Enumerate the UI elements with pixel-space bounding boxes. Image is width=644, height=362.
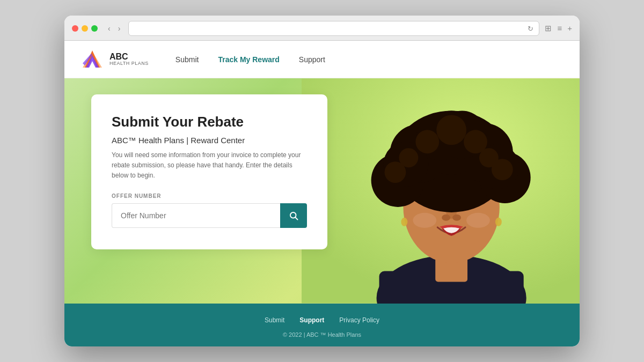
- offer-number-label: OFFER NUMBER: [112, 193, 307, 199]
- forward-button[interactable]: ›: [115, 23, 123, 34]
- grid-icon[interactable]: ⊞: [545, 24, 552, 33]
- footer: Submit Support Privacy Policy © 2022 | A…: [64, 304, 580, 346]
- nav-arrows: ‹ ›: [105, 23, 123, 34]
- svg-point-9: [466, 213, 490, 228]
- close-button[interactable]: [72, 25, 78, 32]
- nav-links: Submit Track My Reward Support: [175, 55, 325, 64]
- back-button[interactable]: ‹: [105, 23, 113, 34]
- logo-area: ABC HEALTH PLANS: [80, 49, 149, 70]
- svg-line-41: [295, 217, 297, 219]
- browser-actions: ⊞ ≡ +: [545, 24, 572, 33]
- offer-number-input[interactable]: [112, 203, 280, 228]
- add-tab-icon[interactable]: +: [567, 24, 572, 33]
- svg-point-8: [413, 213, 436, 228]
- search-button[interactable]: [280, 203, 307, 228]
- traffic-lights: [72, 25, 98, 32]
- page-content: ABC HEALTH PLANS Submit Track My Reward …: [64, 41, 580, 346]
- reload-icon: ↻: [528, 25, 533, 33]
- logo-text: ABC HEALTH PLANS: [109, 52, 149, 67]
- hero-section: Submit Your Rebate ABC™ Health Plans | R…: [64, 78, 580, 304]
- nav-track-reward[interactable]: Track My Reward: [218, 55, 279, 64]
- form-title: Submit Your Rebate: [112, 114, 307, 130]
- footer-copyright: © 2022 | ABC ™ Health Plans: [80, 331, 564, 338]
- menu-icon[interactable]: ≡: [557, 24, 562, 33]
- svg-point-39: [464, 130, 487, 153]
- svg-point-37: [436, 115, 466, 145]
- form-description: You will need some information from your…: [112, 150, 307, 181]
- svg-point-36: [492, 159, 513, 180]
- svg-point-34: [399, 148, 418, 167]
- browser-chrome: ‹ › ↻ ⊞ ≡ +: [64, 16, 580, 41]
- svg-point-38: [415, 130, 439, 153]
- footer-links: Submit Support Privacy Policy: [80, 316, 564, 324]
- logo-abc-text: ABC: [109, 52, 149, 62]
- offer-number-input-row: [112, 203, 307, 228]
- footer-submit-link[interactable]: Submit: [265, 316, 284, 324]
- browser-window: ‹ › ↻ ⊞ ≡ + ABC: [64, 16, 580, 346]
- nav-support[interactable]: Support: [299, 55, 325, 64]
- svg-point-21: [401, 218, 407, 226]
- svg-point-22: [495, 218, 501, 226]
- svg-point-19: [442, 215, 450, 221]
- hero-image: [302, 78, 580, 304]
- navbar: ABC HEALTH PLANS Submit Track My Reward …: [64, 41, 580, 78]
- person-svg: [302, 78, 580, 304]
- form-subtitle: ABC™ Health Plans | Reward Center: [112, 136, 307, 145]
- logo-sub-text: HEALTH PLANS: [109, 61, 149, 67]
- form-card: Submit Your Rebate ABC™ Health Plans | R…: [91, 94, 327, 249]
- footer-privacy-link[interactable]: Privacy Policy: [339, 316, 379, 324]
- logo-icon: [80, 49, 104, 70]
- maximize-button[interactable]: [91, 25, 98, 32]
- minimize-button[interactable]: [82, 25, 88, 32]
- address-bar[interactable]: ↻: [128, 21, 539, 36]
- search-icon: [289, 211, 298, 220]
- svg-point-20: [452, 215, 461, 221]
- nav-submit[interactable]: Submit: [175, 55, 199, 64]
- footer-support-link[interactable]: Support: [299, 316, 324, 324]
